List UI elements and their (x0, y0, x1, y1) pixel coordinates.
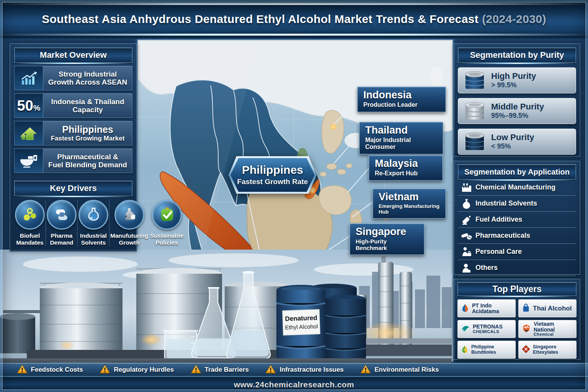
market-overview-row: Strong Industrial Growth Across ASEAN (14, 66, 132, 90)
application-row: Others (458, 260, 576, 276)
flask-icon (458, 198, 475, 209)
pharma-bowl-icon (15, 149, 43, 173)
key-drivers-row: Biofuel Mandates Pharma Demand (14, 200, 132, 246)
key-driver-label: Industrial Solvents (80, 232, 107, 246)
silver-drum-icon (458, 100, 491, 122)
key-drivers-header: Key Drivers (14, 181, 132, 196)
market-overview-item: Pharmaceutical & Fuel Blending Demand (43, 149, 132, 173)
sustainable-check-icon (152, 200, 182, 230)
barrel-group: Denatured Ethyl Alcohol (276, 284, 366, 359)
segmentation-purity-panel: Segmentation by Purity High Purity > 99.… (454, 43, 580, 157)
footer-bar: www.24chemicalresearch.com (0, 377, 588, 392)
key-driver-item: Biofuel Mandates (14, 200, 46, 246)
player-card-singapore-ettexylates: Singapore Ettexylates (518, 341, 577, 359)
top-players-panel: Top Players PT Indo Acidatama (454, 279, 580, 360)
purity-row-high: High Purity > 99.5% (458, 67, 576, 93)
pharma-pills-icon (47, 200, 77, 230)
pills-icon (458, 231, 475, 241)
green-growth-arrow-icon (15, 121, 43, 145)
market-overview-item: Strong Industrial Growth Across ASEAN (43, 66, 132, 90)
warning-triangle-icon (360, 364, 371, 376)
barrel-label-line1: Denatured (285, 314, 317, 323)
stat-50-percent: 50% (15, 94, 43, 118)
eco-droplet-logo (461, 345, 469, 355)
teal-drop-logo (461, 324, 470, 335)
purity-row-low: Low Purity < 95% (458, 129, 576, 155)
callout-malaysia: Malaysia Re-Export Hub (369, 155, 443, 181)
warning-triangle-icon (17, 364, 28, 376)
top-players-grid: PT Indo Acidatama Thai Alcohol (457, 299, 577, 359)
factory-icon (458, 182, 475, 193)
application-row: Fuel Additives (458, 212, 576, 228)
application-row: Chemical Manufacturing (458, 180, 576, 196)
blue-bag-logo (522, 303, 530, 314)
key-driver-label: Manufuturing Growth (110, 232, 148, 246)
blue-drum-icon (458, 70, 491, 91)
barrel-label-line2: Ethyl Alcohol (285, 323, 318, 330)
challenge-regulatory-hurdles: Regulatory Hurdles (100, 364, 174, 376)
application-row: Industrial Solvents (458, 196, 576, 212)
callout-singapore: Singapore High-Purity Benchmark (350, 223, 425, 255)
industrial-scene: Denatured Ethyl Alcohol (0, 250, 452, 377)
key-driver-item: Industrial Solvents (77, 200, 109, 246)
player-card-vietnam-national-chemical: Vietaam NationalChemical (518, 320, 577, 338)
application-row: Personal Care (458, 244, 576, 260)
page-title-main: Southeast Asia Anhydrous Denatured Ethyl… (42, 13, 479, 25)
two-tone-droplet-logo (461, 303, 469, 314)
challenge-environmental-risks: Environmental Risks (360, 364, 439, 376)
market-overview-item: Philippines Fastest Growing Market (43, 121, 132, 145)
player-card-pt-indo-acidatama: PT Indo Acidatama (457, 299, 516, 317)
market-overview-item: Indonesia & Thailand Capacity (43, 94, 132, 118)
key-driver-item: Manufuturing Growth (109, 200, 149, 246)
application-row: Pharmaceuticals (458, 228, 576, 244)
page-title-years: (2024-2030) (482, 13, 546, 25)
key-driver-item: Pharma Demand (46, 200, 77, 246)
solvent-flask-icon (78, 200, 108, 230)
player-card-philippine-bundtioles: Philippine Bundtioles (457, 341, 516, 359)
barrel-label: Denatured Ethyl Alcohol (283, 309, 320, 335)
key-driver-label: Biofuel Mandates (16, 232, 44, 246)
orange-shield-logo (522, 324, 531, 335)
segmentation-application-panel: Segmentation by Application Chemical Man… (454, 161, 580, 275)
purity-header: Segmentation by Purity (458, 47, 576, 63)
purity-row-middle: Middle Purity 95%–99.5% (458, 98, 576, 124)
navy-drum-icon (458, 131, 491, 152)
red-diamond-logo (522, 345, 530, 355)
infographic-root: Denatured Ethyl Alcohol (0, 0, 588, 392)
key-driver-item: Sustainable Policies (149, 200, 184, 246)
warning-triangle-icon (100, 364, 110, 376)
challenge-feedstock-costs: Feedstock Costs (17, 364, 83, 376)
callout-indonesia: Indonesia Production Leader (357, 87, 446, 112)
player-card-petronas-chemicals: PETRONASCHEMICALS (457, 320, 516, 338)
left-column-panel: Market Overview Strong Industrial Growth… (10, 43, 137, 252)
fuel-nozzle-icon (458, 214, 475, 225)
footer-url[interactable]: www.24chemicalresearch.com (234, 380, 354, 389)
challenge-infrastructure-issues: Infrastracture Issues (265, 364, 343, 376)
market-overview-header: Market Overview (14, 47, 132, 63)
person-icon (458, 263, 475, 273)
personal-care-icon (458, 247, 475, 257)
market-overview-row: 50% Indonesia & Thailand Capacity (14, 93, 132, 118)
challenges-strip: Feedstock Costs Regulatory Hurdles Trade… (0, 363, 588, 377)
challenge-trade-barriers: Trade Barriers (191, 364, 249, 376)
top-players-header: Top Players (457, 282, 577, 296)
callout-vietnam: Vietnam Emerging Manufacturing Hub (372, 188, 446, 219)
title-bar: Southeast Asia Anhydrous Denatured Ethyl… (0, 0, 588, 38)
philippines-badge: Philippines Fastest Growth Rate (229, 156, 317, 194)
page-title: Southeast Asia Anhydrous Denatured Ethyl… (0, 13, 588, 26)
biofuel-molecule-icon (15, 200, 45, 230)
market-overview-row: Pharmaceutical & Fuel Blending Demand (14, 149, 132, 173)
callout-thailand: Thailand Major Industrial Consumer (359, 122, 443, 154)
key-driver-label: Pharma Demand (50, 232, 73, 246)
key-driver-label: Sustainable Policies (150, 232, 183, 246)
market-overview-row: Philippines Fastest Growing Market (14, 121, 132, 145)
manufacturing-bottle-icon (114, 200, 144, 230)
philippines-badge-frame: Philippines Fastest Growth Rate (229, 156, 317, 194)
warning-triangle-icon (191, 364, 201, 376)
player-card-thai-alcohol: Thai Alcohol (518, 299, 577, 317)
application-header: Segmentation by Application (458, 164, 576, 180)
bar-chart-up-icon (15, 66, 43, 90)
warning-triangle-icon (265, 364, 276, 376)
